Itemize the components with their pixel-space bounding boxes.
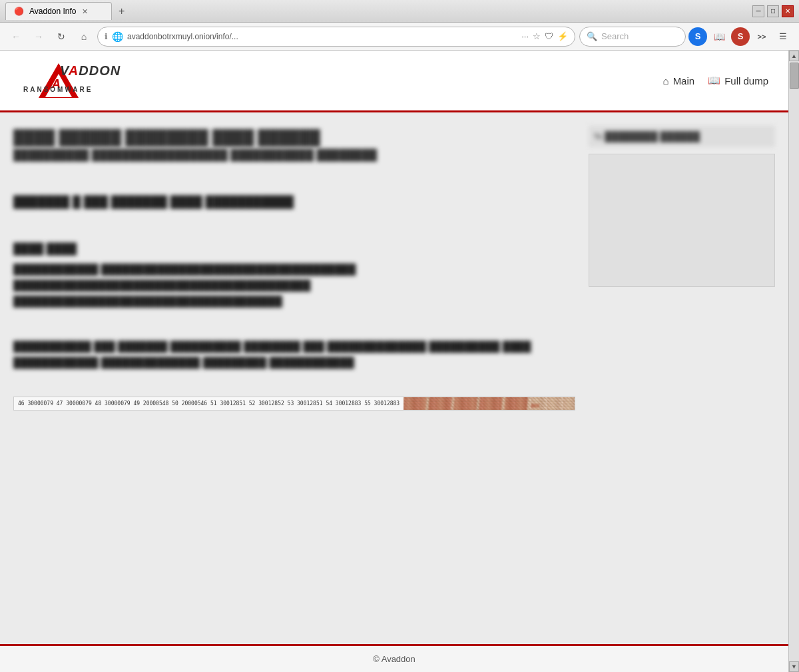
address-site-icon: 🌐 [112,31,123,42]
page-content: A VADDON RANSOMWARE ⌂ Main 📖 Full dump [0,51,799,672]
data-table-area: 46 30000079 47 30000079 48 30000079 49 2… [13,397,575,411]
data-visual: ██ █████-█████ [403,397,575,410]
address-info-icon: ℹ [105,32,108,41]
skype-icon[interactable]: S [688,27,707,46]
main-nav-link[interactable]: ⌂ Main [663,75,695,86]
content-right: % ████████ ██████ [589,126,775,631]
reload-button[interactable]: ↻ [52,27,71,46]
toolbar-right: 🔍 Search S 📖 S >> ☰ [579,27,792,47]
more-tools-button[interactable]: >> [752,27,771,46]
nav-bar: ← → ↻ ⌂ ℹ 🌐 avaddonbotrxmuyl.onion/info/… [0,23,799,51]
heading-line1: ████ ██████ ████████ ████ ██████ [13,129,575,146]
minimize-button[interactable]: ─ [752,5,764,17]
site-nav: ⌂ Main 📖 Full dump [663,75,768,86]
main-nav-icon: ⌂ [663,75,669,86]
browser-frame: 🔴 Avaddon Info ✕ + ─ □ ✕ ← → ↻ ⌂ ℹ 🌐 ava… [0,0,799,672]
bookmark-icon[interactable]: ☆ [533,31,541,41]
section3-line2: ████████████████████████████████████████… [13,277,575,293]
sidebar-blurred-text: % ████████ ██████ [589,126,775,147]
section2-line1: ███████ █ ███ ███████ ████ ███████████ [13,193,575,211]
footer-copyright: © Avaddon [373,654,415,664]
scrollbar-down-button[interactable]: ▼ [789,661,799,672]
search-placeholder: Search [601,31,629,41]
lastpass-icon[interactable]: S [731,27,750,46]
address-text[interactable]: avaddonbotrxmuyl.onion/info/... [127,32,517,41]
search-icon: 🔍 [587,31,597,41]
forward-button[interactable]: → [29,27,48,46]
shield-icon[interactable]: 🛡 [545,31,553,41]
site-footer: © Avaddon [0,644,788,672]
maximize-button[interactable]: □ [767,5,779,17]
address-icons: ··· ☆ 🛡 ⚡ [521,31,568,41]
search-box[interactable]: 🔍 Search [579,27,686,47]
full-dump-icon: 📖 [708,75,720,86]
main-nav-label: Main [673,75,695,86]
more-options-icon[interactable]: ··· [521,31,529,41]
section3-line1: ████████████ ███████████████████████████… [13,261,575,277]
back-button[interactable]: ← [7,27,25,46]
address-bar[interactable]: ℹ 🌐 avaddonbotrxmuyl.onion/info/... ··· … [97,27,575,47]
content-left: ████ ██████ ████████ ████ ██████ ███████… [13,126,575,631]
home-button[interactable]: ⌂ [75,27,93,46]
site-header: A VADDON RANSOMWARE ⌂ Main 📖 Full dump [0,51,788,112]
new-tab-button[interactable]: + [112,1,131,21]
title-bar: 🔴 Avaddon Info ✕ + ─ □ ✕ [0,0,799,23]
section3-category: ████ ████ [13,240,575,257]
section-2: ███████ █ ███ ███████ ████ ███████████ [13,190,575,214]
logo-box: A VADDON RANSOMWARE [20,61,107,100]
window-controls: ─ □ ✕ [752,5,794,17]
section4-line1: ███████████ ███ ███████ ██████████ █████… [13,339,575,355]
scrollbar-up-button[interactable]: ▲ [789,51,799,61]
sidebar-box [589,154,775,287]
page-scroll[interactable]: A VADDON RANSOMWARE ⌂ Main 📖 Full dump [0,51,788,672]
section3-line3: ██████████████████████████████████████ [13,293,575,309]
section-4: ███████████ ███ ███████ ██████████ █████… [13,335,575,374]
main-content: ████ ██████ ████████ ████ ██████ ███████… [0,112,788,644]
scrollbar-thumb[interactable] [790,63,799,89]
tab-label: Avaddon Info [29,7,77,16]
browser-menu-button[interactable]: ☰ [774,27,792,46]
tab-favicon: 🔴 [14,7,24,16]
browser-tab[interactable]: 🔴 Avaddon Info ✕ [5,2,112,20]
reading-view-icon[interactable]: 📖 [710,27,728,46]
logo-area: A VADDON RANSOMWARE [20,61,107,100]
tab-close-button[interactable]: ✕ [82,7,88,16]
section-heading: ████ ██████ ████████ ████ ██████ ███████… [13,126,575,167]
close-button[interactable]: ✕ [782,5,794,17]
section4-line2: ████████████ ██████████████ █████████ ██… [13,355,575,371]
full-dump-nav-link[interactable]: 📖 Full dump [708,75,768,86]
scrollbar[interactable]: ▲ ▼ [788,51,799,672]
extensions-icon[interactable]: ⚡ [557,31,568,41]
logo-brand-text: VADDON [60,63,121,79]
heading-line2: ██████████ ██████████████████ ██████████… [13,149,575,161]
section-3: ████ ████ ████████████ █████████████████… [13,237,575,313]
full-dump-label: Full dump [724,75,768,86]
data-numbers: 46 30000079 47 30000079 48 30000079 49 2… [14,397,403,410]
logo-subtitle-text: RANSOMWARE [23,86,93,93]
